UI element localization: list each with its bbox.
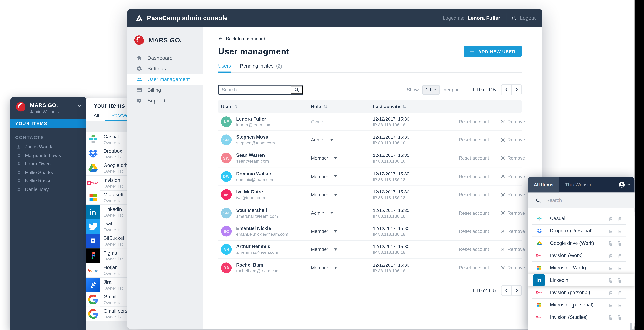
power-icon[interactable] <box>511 15 517 21</box>
sidebar-item-support[interactable]: ? Support <box>127 95 203 106</box>
role-select[interactable]: Member <box>311 192 373 197</box>
copy-username-icon[interactable] <box>617 228 622 233</box>
tab-this-website[interactable]: This Website <box>560 177 598 193</box>
remove-user-button[interactable]: Remove <box>501 211 525 216</box>
workspace-switcher[interactable]: MARS GO. Jamie Williams <box>10 97 87 119</box>
item-linkedin[interactable]: in Linkedin Owner list <box>86 205 128 220</box>
add-new-user-button[interactable]: ADD NEW USER <box>464 46 522 57</box>
copy-password-icon[interactable] <box>608 302 613 307</box>
remove-user-button[interactable]: Remove <box>501 156 525 161</box>
sidebar-item-billing[interactable]: Billing <box>127 85 203 95</box>
sort-icon[interactable] <box>234 104 238 109</box>
remove-user-button[interactable]: Remove <box>501 247 525 252</box>
role-select[interactable]: Admin <box>311 137 373 142</box>
copy-username-icon[interactable] <box>617 265 622 270</box>
copy-username-icon[interactable] <box>617 290 622 295</box>
reset-account-button[interactable]: Reset account <box>459 137 489 142</box>
item-bitbucket[interactable]: BitBucket Owner list <box>86 234 128 249</box>
search-submit-button[interactable] <box>291 85 303 94</box>
item-casual[interactable]: Casual Owner list <box>86 132 128 147</box>
prev-page-button[interactable] <box>502 285 512 295</box>
column-header-role[interactable]: Role <box>311 104 373 109</box>
tab-pending-invites[interactable]: Pending invites (2) <box>240 63 282 72</box>
logout-button[interactable]: Logout <box>520 15 536 21</box>
copy-password-icon[interactable] <box>608 216 613 221</box>
role-select[interactable]: Admin <box>311 211 373 216</box>
tab-all[interactable]: All <box>94 113 99 121</box>
reset-account-button[interactable]: Reset account <box>459 174 489 179</box>
credential-dropbox-personal-[interactable]: Dropbox (Personal) <box>528 225 634 237</box>
credential-invision-work-[interactable]: invision Invision (Work) <box>528 249 634 262</box>
sidebar-item-settings[interactable]: Settings <box>127 63 203 74</box>
item-google-drive[interactable]: Google drive Owner list <box>86 161 128 176</box>
contact-jonas-wanda[interactable]: Jonas Wanda <box>10 143 87 151</box>
copy-password-icon[interactable] <box>608 228 613 233</box>
credential-microsoft-work-[interactable]: Microsoft (Work) <box>528 262 634 274</box>
contact-hallie-sparks[interactable]: Hallie Sparks <box>10 168 87 177</box>
reset-account-button[interactable]: Reset account <box>459 211 489 216</box>
chevron-down-icon[interactable] <box>77 104 82 108</box>
role-select[interactable]: Member <box>311 156 373 161</box>
remove-user-button[interactable]: Remove <box>501 174 525 179</box>
credential-casual[interactable]: Casual <box>528 212 634 225</box>
popup-search-input[interactable] <box>546 197 634 204</box>
remove-user-button[interactable]: Remove <box>501 229 525 234</box>
copy-password-icon[interactable] <box>608 277 613 283</box>
sidebar-item-dashboard[interactable]: Dashboard <box>127 53 203 63</box>
sidebar-item-user-management[interactable]: User management <box>127 74 203 85</box>
role-select[interactable]: Member <box>311 229 373 234</box>
credential-linkedin[interactable]: in Linkedin <box>528 274 634 286</box>
contact-daniel-may[interactable]: Daniel May <box>10 185 87 193</box>
copy-password-icon[interactable] <box>608 314 613 320</box>
copy-username-icon[interactable] <box>617 314 622 320</box>
credential-microsoft-personal-[interactable]: Microsoft (personal) <box>528 299 634 311</box>
user-search-input[interactable] <box>218 85 291 94</box>
back-to-dashboard-link[interactable]: Back to dashboard <box>218 36 522 41</box>
copy-password-icon[interactable] <box>608 240 613 246</box>
remove-user-button[interactable]: Remove <box>501 137 525 142</box>
reset-account-button[interactable]: Reset account <box>459 156 489 161</box>
sort-icon[interactable] <box>403 104 406 109</box>
copy-password-icon[interactable] <box>608 290 613 295</box>
prev-page-button[interactable] <box>502 85 512 95</box>
column-header-user[interactable]: User <box>218 104 311 109</box>
item-microsoft[interactable]: Microsoft Owner list <box>86 190 128 205</box>
copy-username-icon[interactable] <box>617 216 622 221</box>
copy-username-icon[interactable] <box>617 240 622 246</box>
tab-all-items[interactable]: All Items <box>528 177 560 193</box>
chevron-down-icon[interactable] <box>627 183 630 186</box>
role-select[interactable]: Member <box>311 247 373 252</box>
contact-laura-owen[interactable]: Laura Owen <box>10 160 87 168</box>
tab-passwords[interactable]: Passwords <box>111 113 128 121</box>
copy-username-icon[interactable] <box>617 277 622 283</box>
credential-invision-studies-[interactable]: invision Invision (Studies) <box>528 311 634 323</box>
reset-account-button[interactable]: Reset account <box>459 247 489 252</box>
copy-username-icon[interactable] <box>617 302 622 307</box>
tab-users[interactable]: Users <box>218 63 231 73</box>
copy-username-icon[interactable] <box>617 253 622 258</box>
item-gmail-personal[interactable]: Gmail personal Owner list <box>86 307 128 321</box>
item-gmail[interactable]: Gmail Owner list <box>86 292 128 307</box>
role-select[interactable]: Member <box>311 265 373 270</box>
item-figma[interactable]: Figma Owner list <box>86 248 128 263</box>
reset-account-button[interactable]: Reset account <box>459 192 489 197</box>
copy-password-icon[interactable] <box>608 253 613 258</box>
copy-password-icon[interactable] <box>608 265 613 270</box>
account-avatar-icon[interactable] <box>618 181 625 188</box>
credential-invision-personal-[interactable]: invision Invision (personal) <box>528 286 634 299</box>
remove-user-button[interactable]: Remove <box>501 119 525 124</box>
item-hotjar[interactable]: hotjar Hotjar Owner list <box>86 263 128 278</box>
reset-account-button[interactable]: Reset account <box>459 119 489 124</box>
next-page-button[interactable] <box>512 285 521 295</box>
remove-user-button[interactable]: Remove <box>501 192 525 197</box>
sort-icon[interactable] <box>324 104 327 109</box>
page-size-select[interactable]: 10 <box>422 85 440 94</box>
item-dropbox[interactable]: Dropbox Owner list <box>86 147 128 161</box>
credential-google-drive-work-[interactable]: Google drive (Work) <box>528 237 634 249</box>
reset-account-button[interactable]: Reset account <box>459 265 489 270</box>
column-header-last-activity[interactable]: Last activity <box>373 104 459 109</box>
remove-user-button[interactable]: Remove <box>501 265 525 270</box>
item-twitter[interactable]: Twitter Owner list <box>86 220 128 234</box>
reset-account-button[interactable]: Reset account <box>459 229 489 234</box>
your-items-nav[interactable]: YOUR ITEMS <box>10 119 87 127</box>
